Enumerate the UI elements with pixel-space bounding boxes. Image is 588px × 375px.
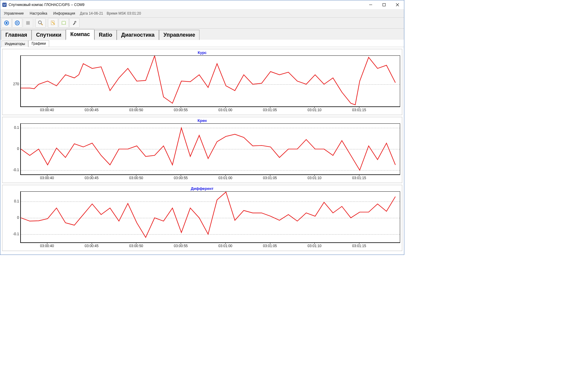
- svg-rect-11: [26, 21, 30, 25]
- edit-button[interactable]: [48, 18, 58, 28]
- plot-heading[interactable]: [20, 55, 400, 107]
- x-tick-label: 03:01:00: [219, 176, 233, 180]
- svg-text:M: M: [3, 3, 6, 7]
- xaxis-pitch: 03:00:4003:00:4503:00:5003:00:5503:01:00…: [20, 243, 400, 250]
- x-tick-label: 03:01:15: [352, 108, 366, 112]
- svg-line-13: [41, 24, 43, 25]
- x-tick-label: 03:00:50: [129, 244, 143, 248]
- tab-diagnostics[interactable]: Диагностика: [117, 30, 159, 40]
- tab-ratio[interactable]: Ratio: [94, 30, 117, 40]
- x-tick-label: 03:00:45: [85, 244, 99, 248]
- x-tick-label: 03:01:05: [263, 244, 277, 248]
- plot-pitch[interactable]: [20, 191, 400, 243]
- svg-point-12: [38, 21, 41, 24]
- zoom-button[interactable]: [35, 18, 46, 28]
- svg-point-15: [75, 21, 77, 23]
- x-tick-label: 03:01:00: [219, 108, 233, 112]
- window-title: Спутниковый компас ГЛОНАСС/GPS -- COM9: [9, 3, 364, 7]
- svg-rect-3: [383, 4, 385, 6]
- x-tick-label: 03:00:55: [174, 244, 188, 248]
- titlebar: M Спутниковый компас ГЛОНАСС/GPS -- COM9: [0, 0, 404, 10]
- x-tick-label: 03:00:45: [85, 108, 99, 112]
- x-tick-label: 03:00:55: [174, 108, 188, 112]
- y-tick-label: 0.1: [14, 125, 19, 130]
- y-tick-label: 270: [13, 82, 19, 86]
- xaxis-roll: 03:00:4003:00:4503:00:5003:00:5503:01:00…: [20, 175, 400, 182]
- x-tick-label: 03:00:55: [174, 176, 188, 180]
- tab-control[interactable]: Управление: [159, 30, 199, 40]
- sub-tabs: Индикаторы Графики: [0, 40, 404, 47]
- subtab-indicators[interactable]: Индикаторы: [1, 41, 28, 47]
- menu-date: Дата 14-06-21: [80, 11, 103, 16]
- y-tick-label: 0: [17, 216, 19, 220]
- tab-satellites[interactable]: Спутники: [32, 30, 66, 40]
- toolbar: [0, 18, 404, 29]
- x-tick-label: 03:00:50: [129, 176, 143, 180]
- x-tick-label: 03:01:00: [219, 244, 233, 248]
- subtab-charts[interactable]: Графики: [28, 40, 49, 47]
- stop-button[interactable]: [23, 18, 33, 28]
- pause-button[interactable]: [12, 18, 22, 28]
- book-button[interactable]: [59, 18, 69, 28]
- x-tick-label: 03:01:10: [308, 244, 322, 248]
- chart-title-roll: Крен: [4, 118, 400, 123]
- minimize-button[interactable]: [364, 0, 377, 9]
- chart-pitch: Дифферент -0.100.1 03:00:4003:00:4503:00…: [2, 185, 402, 251]
- svg-rect-10: [18, 22, 18, 24]
- chart-heading: Курс 270 03:00:4003:00:4503:00:5003:00:5…: [2, 49, 402, 115]
- x-tick-label: 03:01:10: [308, 108, 322, 112]
- x-tick-label: 03:00:40: [40, 176, 54, 180]
- close-button[interactable]: [391, 0, 404, 9]
- xaxis-heading: 03:00:4003:00:4503:00:5003:00:5503:01:00…: [20, 107, 400, 114]
- x-tick-label: 03:01:05: [263, 108, 277, 112]
- y-tick-label: -0.1: [13, 232, 19, 236]
- x-tick-label: 03:01:15: [352, 244, 366, 248]
- app-window: M Спутниковый компас ГЛОНАСС/GPS -- COM9…: [0, 0, 404, 255]
- chart-roll: Крен -0.100.1 03:00:4003:00:4503:00:5003…: [2, 117, 402, 183]
- x-tick-label: 03:01:15: [352, 176, 366, 180]
- y-tick-label: 0: [17, 147, 19, 151]
- x-tick-label: 03:00:40: [40, 108, 54, 112]
- yaxis-pitch: -0.100.1: [4, 191, 20, 243]
- chart-title-heading: Курс: [4, 50, 400, 55]
- maximize-button[interactable]: [377, 0, 391, 9]
- tools-button[interactable]: [69, 18, 79, 28]
- svg-rect-9: [16, 22, 17, 24]
- plot-roll[interactable]: [20, 123, 400, 175]
- tab-home[interactable]: Главная: [1, 30, 32, 40]
- yaxis-roll: -0.100.1: [4, 123, 20, 175]
- main-tabs: Главная Спутники Компас Ratio Диагностик…: [0, 29, 404, 40]
- play-button[interactable]: [1, 18, 12, 28]
- svg-point-8: [15, 21, 19, 25]
- x-tick-label: 03:00:50: [129, 108, 143, 112]
- y-tick-label: -0.1: [13, 168, 19, 172]
- x-tick-label: 03:01:05: [263, 176, 277, 180]
- menu-info[interactable]: Информация: [52, 11, 76, 16]
- menu-control[interactable]: Управление: [3, 11, 25, 16]
- app-icon: M: [2, 2, 7, 7]
- chart-area: Курс 270 03:00:4003:00:4503:00:5003:00:5…: [0, 47, 404, 255]
- svg-rect-7: [6, 22, 7, 24]
- yaxis-heading: 270: [4, 55, 20, 107]
- tab-compass[interactable]: Компас: [66, 29, 94, 40]
- x-tick-label: 03:00:40: [40, 244, 54, 248]
- menu-settings[interactable]: Настройка: [29, 11, 49, 16]
- y-tick-label: 0.1: [14, 199, 19, 203]
- x-tick-label: 03:00:45: [85, 176, 99, 180]
- menubar: Управление Настройка Информация Дата 14-…: [0, 10, 404, 18]
- menu-time: Время MSK 03:01:20: [107, 11, 141, 16]
- x-tick-label: 03:01:10: [308, 176, 322, 180]
- chart-title-pitch: Дифферент: [4, 186, 400, 191]
